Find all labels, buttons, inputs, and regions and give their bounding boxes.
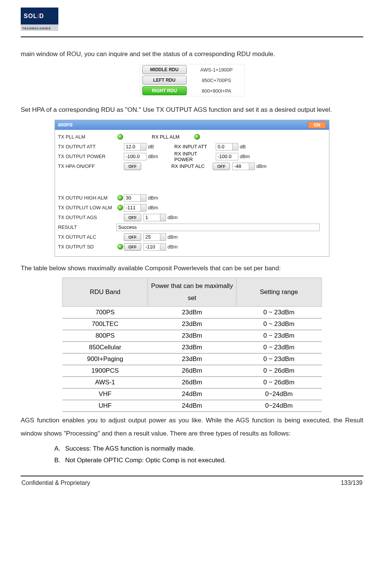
ags-paragraph: AGS function enables you to adjust outpu…	[21, 414, 363, 440]
intro-paragraph: main window of ROU, you can inquire and …	[21, 48, 363, 61]
value-input[interactable]	[124, 204, 146, 212]
rdu-button-2[interactable]: RIGHT RDU	[142, 86, 187, 95]
value-input[interactable]	[124, 194, 146, 202]
field-label: TX OUTPUT ALC	[58, 234, 116, 240]
value-input[interactable]	[216, 143, 238, 151]
field-label: TX HPA ON/OFF	[58, 163, 116, 169]
status-led	[117, 244, 123, 250]
field-label: RX INPUT POWER	[174, 151, 216, 162]
unit-label: dBm	[148, 154, 163, 159]
table-row: AWS-126dBm0 ~ 26dBm	[62, 377, 322, 388]
status-led	[117, 195, 123, 201]
header-rule	[21, 37, 363, 37]
status-panel: 800PS ON TX PLL ALMRX PLL ALMTX OUTPUT A…	[55, 120, 329, 257]
panel-title: 800PS	[58, 122, 73, 128]
table-row: 900I+Paging23dBm0 ~ 23dBm	[62, 353, 322, 365]
unit-label: dBm	[168, 244, 183, 250]
list-item: Not Opterate OPTIC Comp: Optic Comp is n…	[62, 454, 363, 466]
logo: SOLiD TECHNOLOGIES	[21, 8, 363, 33]
value-input[interactable]	[232, 163, 255, 170]
unit-label: dBm	[148, 195, 163, 201]
unit-label: dB	[240, 144, 255, 149]
unit-label: dB	[148, 144, 163, 149]
field-label: TX PLL ALM	[58, 134, 116, 140]
value-input[interactable]	[143, 214, 166, 221]
value-input[interactable]	[124, 143, 146, 151]
logo-tagline: TECHNOLOGIES	[22, 27, 51, 30]
status-led	[194, 134, 200, 140]
hpa-paragraph: Set HPA of a corresponding RDU as "ON." …	[21, 104, 363, 117]
results-list: Success: The AGS function is normally ma…	[62, 443, 363, 466]
rdu-value-0: AWS-1+1900P	[191, 67, 242, 73]
unit-label: dBm	[168, 215, 183, 220]
table-row: 850Cellular23dBm0 ~ 23dBm	[62, 342, 322, 353]
field-label: TX OUTPUT ATT	[58, 144, 116, 149]
value-input[interactable]	[143, 243, 166, 251]
rdu-value-2: 800+900I+PA	[191, 88, 242, 94]
table-header: RDU Band	[62, 277, 148, 307]
table-header: Setting range	[236, 277, 322, 307]
value-input[interactable]	[143, 233, 166, 241]
table-row: 700LTEC23dBm0 ~ 23dBm	[62, 318, 322, 330]
field-label: RX INPUT ALC	[171, 163, 213, 169]
unit-label: dBm	[240, 154, 255, 159]
unit-label: dBm	[148, 205, 163, 210]
power-table: RDU BandPower that can be maximally setS…	[62, 277, 322, 412]
field-label: TX OUTPUT POWER	[58, 154, 116, 159]
field-label: TX OUTPU HIGH ALM	[58, 195, 116, 201]
table-row: 800PS23dBm0 ~ 23dBm	[62, 330, 322, 342]
toggle-button[interactable]: OFF	[124, 243, 141, 251]
panel-on-badge[interactable]: ON	[308, 122, 326, 128]
rdu-value-1: 850C+700PS	[191, 77, 242, 84]
field-label: TX OUTPUT SD	[58, 244, 116, 250]
toggle-button[interactable]: OFF	[124, 163, 141, 170]
status-led	[117, 205, 123, 210]
unit-label: dBm	[168, 234, 183, 240]
table-row: 700PS23dBm0 ~ 23dBm	[62, 307, 322, 318]
table-row: UHF24dBm0~24dBm	[62, 400, 322, 412]
value-input[interactable]	[124, 153, 146, 160]
rdu-button-1[interactable]: LEFT RDU	[142, 76, 187, 85]
toggle-button[interactable]: OFF	[124, 233, 141, 241]
field-label: TX OUTPLUT LOW ALM	[58, 205, 116, 210]
list-item: Success: The AGS function is normally ma…	[62, 443, 363, 454]
result-input[interactable]	[116, 224, 320, 231]
logo-text: S	[24, 13, 28, 19]
toggle-button[interactable]: OFF	[124, 214, 141, 221]
field-label: RX INPUT ATT	[174, 144, 216, 149]
rdu-button-0[interactable]: MIDDLE RDU	[142, 65, 187, 74]
table-intro-paragraph: The table below shows maximally availabl…	[21, 262, 363, 275]
field-label: RX PLL ALM	[152, 134, 193, 140]
status-led	[117, 134, 123, 140]
rdu-selector-figure: MIDDLE RDUAWS-1+1900PLEFT RDU850C+700PSR…	[140, 64, 245, 96]
field-label: RESULT	[58, 224, 116, 230]
table-header: Power that can be maximally set	[148, 277, 236, 307]
value-input[interactable]	[216, 153, 238, 160]
field-label: TX OUTPUT AGS	[58, 215, 116, 220]
toggle-button[interactable]: OFF	[213, 163, 230, 170]
table-row: VHF24dBm0~24dBm	[62, 388, 322, 400]
table-row: 1900PCS26dBm0 ~ 26dBm	[62, 365, 322, 377]
unit-label: dBm	[256, 163, 271, 169]
footer-rule	[21, 475, 363, 477]
footer-left: Confidential & Proprietary	[21, 480, 90, 486]
footer-page: 133/139	[341, 480, 363, 486]
